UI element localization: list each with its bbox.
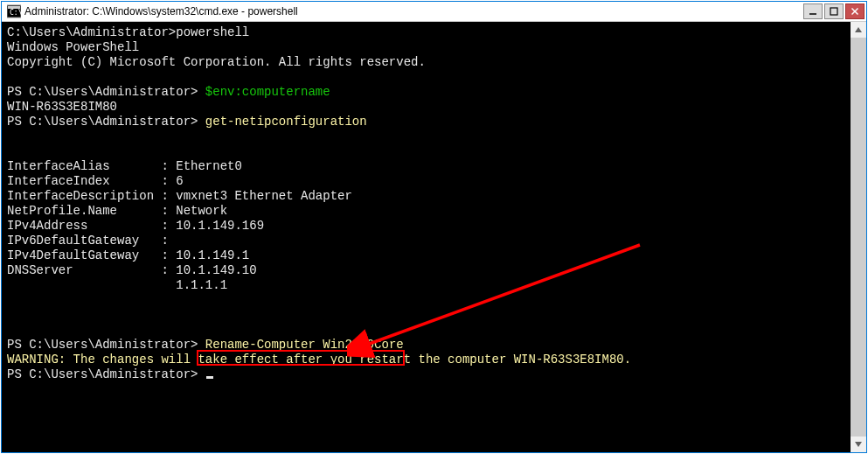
line-ps-banner2: Copyright (C) Microsoft Corporation. All…: [7, 55, 845, 70]
blank-line: [7, 144, 845, 159]
console-window: C:\ Administrator: C:\Windows\system32\c…: [1, 1, 867, 453]
line-computername-output: WIN-R63S3E8IM80: [7, 100, 845, 115]
svg-rect-4: [830, 8, 837, 15]
cmd-icon: C:\: [7, 4, 21, 18]
ipcfg-ipv4address: IPv4Address : 10.1.149.169: [7, 219, 845, 234]
line-cmd-prompt: C:\Users\Administrator>powershell: [7, 25, 845, 40]
window-controls: [803, 3, 865, 19]
titlebar[interactable]: C:\ Administrator: C:\Windows\system32\c…: [2, 2, 866, 22]
terminal-output: C:\Users\Administrator>powershellWindows…: [2, 22, 851, 452]
window-title: Administrator: C:\Windows\system32\cmd.e…: [24, 5, 803, 17]
line-final-prompt: PS C:\Users\Administrator>: [7, 367, 845, 382]
scroll-thumb[interactable]: [851, 38, 866, 437]
ipcfg-dnsserver1: DNSServer : 10.1.149.10: [7, 263, 845, 278]
cursor: [206, 376, 213, 379]
svg-text:C:\: C:\: [10, 9, 21, 17]
line-env-computername: PS C:\Users\Administrator> $env:computer…: [7, 85, 845, 100]
line-netipconfig-cmd: PS C:\Users\Administrator> get-netipconf…: [7, 115, 845, 129]
line-ps-banner1: Windows PowerShell: [7, 40, 845, 55]
ipcfg-netprofilename: NetProfile.Name : Network: [7, 204, 845, 219]
terminal-area[interactable]: C:\Users\Administrator>powershellWindows…: [2, 22, 866, 452]
blank-line: [7, 293, 845, 308]
scroll-track[interactable]: [851, 38, 866, 437]
ipcfg-dnsserver2: 1.1.1.1: [7, 278, 845, 293]
blank-line: [7, 70, 845, 85]
svg-marker-9: [855, 27, 862, 32]
scroll-down-button[interactable]: [851, 437, 866, 452]
close-button[interactable]: [845, 3, 865, 19]
maximize-button[interactable]: [824, 3, 844, 19]
minimize-button[interactable]: [803, 3, 823, 19]
blank-line: [7, 308, 845, 323]
ipcfg-interfacealias: InterfaceAlias : Ethernet0: [7, 159, 845, 174]
ipcfg-ipv6defaultgateway: IPv6DefaultGateway :: [7, 234, 845, 248]
line-rename-computer: PS C:\Users\Administrator> Rename-Comput…: [7, 338, 845, 353]
blank-line: [7, 129, 845, 144]
ipcfg-interfacedescription: InterfaceDescription : vmxnet3 Ethernet …: [7, 189, 845, 204]
vertical-scrollbar[interactable]: [851, 22, 866, 452]
svg-marker-10: [855, 442, 862, 447]
ipcfg-ipv4defaultgateway: IPv4DefaultGateway : 10.1.149.1: [7, 248, 845, 263]
scroll-up-button[interactable]: [851, 22, 866, 38]
line-warning: WARNING: The changes will take effect af…: [7, 353, 845, 367]
blank-line: [7, 323, 845, 338]
ipcfg-interfaceindex: InterfaceIndex : 6: [7, 174, 845, 189]
